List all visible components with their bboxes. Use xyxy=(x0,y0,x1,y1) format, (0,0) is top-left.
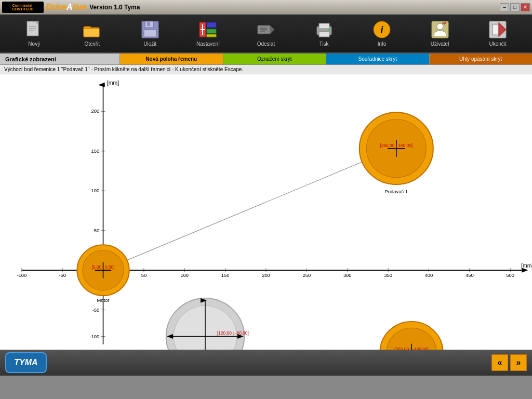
svg-text:-50: -50 xyxy=(92,308,100,313)
tisk-label: Tisk xyxy=(320,41,329,47)
tab-oznaceni[interactable]: Označení skrýt xyxy=(223,54,326,64)
graficke-header: Grafické zobrazení Nová poloha řemenu Oz… xyxy=(0,54,532,65)
close-button[interactable]: ✕ xyxy=(521,3,530,11)
logo-area: ContinentalCONTITECH DriveAlive xyxy=(2,2,86,13)
svg-text:200: 200 xyxy=(262,273,270,278)
novy-label: Nový xyxy=(28,41,40,47)
folder-icon xyxy=(83,20,101,39)
user-icon xyxy=(431,20,449,39)
print-icon xyxy=(315,20,334,39)
graficke-title: Grafické zobrazení xyxy=(0,56,119,62)
svg-point-26 xyxy=(328,29,330,31)
toolbar-odeslat[interactable]: Odeslat xyxy=(243,17,289,50)
toolbar-ulozit[interactable]: Uložit xyxy=(127,17,174,50)
title-bar: ContinentalCONTITECH DriveAlive Version … xyxy=(0,0,532,15)
svg-text:[350,00 ; 150,00]: [350,00 ; 150,00] xyxy=(380,143,413,148)
svg-text:Motor: Motor xyxy=(97,298,110,303)
bottom-bar: TYMA « » xyxy=(0,350,532,376)
nav-arrows: « » xyxy=(491,354,527,371)
toolbar-info[interactable]: i Info xyxy=(358,17,405,50)
minimize-button[interactable]: – xyxy=(500,3,509,11)
svg-text:150: 150 xyxy=(221,273,230,278)
svg-text:[120,00 ; -80,00]: [120,00 ; -80,00] xyxy=(217,331,249,336)
info-label: Info xyxy=(378,41,387,47)
svg-text:-100: -100 xyxy=(89,334,99,339)
save-icon xyxy=(141,20,159,39)
svg-rect-7 xyxy=(84,29,99,37)
uzivatel-label: Uživatel xyxy=(431,41,449,47)
svg-point-30 xyxy=(437,23,443,30)
toolbar-ukoncit[interactable]: Ukončit xyxy=(474,17,521,50)
svg-rect-36 xyxy=(0,74,532,350)
toolbar-uzivatel[interactable]: Uživatel xyxy=(417,17,463,50)
instruction-bar: Výchozí bod řemenice 1 "Podavač 1" - Pro… xyxy=(0,65,532,74)
svg-text:400: 400 xyxy=(425,273,433,278)
exit-icon xyxy=(488,20,507,39)
main-toolbar: Nový Otevřit Uložit xyxy=(0,15,532,54)
svg-text:-50: -50 xyxy=(59,273,66,278)
send-icon xyxy=(257,20,275,39)
svg-text:450: 450 xyxy=(466,273,474,278)
svg-text:[0,00 ; 0,00]: [0,00 ; 0,00] xyxy=(91,265,114,270)
tyma-logo: TYMA xyxy=(5,352,47,373)
toolbar-tisk[interactable]: Tisk xyxy=(301,17,348,50)
nastaveni-label: Nastavení xyxy=(196,41,220,47)
window-controls: – □ ✕ xyxy=(500,3,530,11)
settings-icon xyxy=(198,20,217,39)
svg-text:300: 300 xyxy=(343,273,352,278)
svg-text:[365,00 ; -100,00]: [365,00 ; -100,00] xyxy=(394,347,428,350)
svg-text:[mm]: [mm] xyxy=(107,80,119,86)
contitech-text: ContinentalCONTITECH xyxy=(12,4,34,11)
svg-text:250: 250 xyxy=(303,273,311,278)
svg-rect-15 xyxy=(207,34,216,37)
work-area: Grafické zobrazení Nová poloha řemenu Oz… xyxy=(0,54,532,350)
svg-marker-19 xyxy=(270,25,274,34)
svg-text:500: 500 xyxy=(506,273,514,278)
ukoncit-label: Ukončit xyxy=(489,41,506,47)
new-document-icon xyxy=(25,20,44,39)
title-left: ContinentalCONTITECH DriveAlive Version … xyxy=(2,2,140,13)
graph-area[interactable]: Výchozí bod řemenice 1 "Podavač 1" - Pro… xyxy=(0,65,532,350)
toolbar-nastaveni[interactable]: Nastavení xyxy=(184,17,231,50)
prev-button[interactable]: « xyxy=(491,354,508,371)
svg-rect-24 xyxy=(319,23,329,29)
svg-text:150: 150 xyxy=(91,149,100,154)
svg-rect-10 xyxy=(144,30,156,37)
svg-text:-100: -100 xyxy=(17,273,26,278)
svg-text:200: 200 xyxy=(91,109,100,114)
svg-text:Podavač 1: Podavač 1 xyxy=(385,189,408,194)
contitech-logo: ContinentalCONTITECH xyxy=(2,2,44,13)
odeslat-label: Odeslat xyxy=(257,41,275,47)
tab-souradnice[interactable]: Souřadnice skrýt xyxy=(326,54,429,64)
toolbar-novy[interactable]: Nový xyxy=(11,17,58,50)
instruction-text: Výchozí bod řemenice 1 "Podavač 1" - Pro… xyxy=(4,66,243,72)
svg-text:350: 350 xyxy=(384,273,392,278)
svg-rect-25 xyxy=(319,32,329,37)
svg-text:50: 50 xyxy=(141,273,147,278)
svg-text:[mm]: [mm] xyxy=(521,263,532,269)
svg-rect-11 xyxy=(147,22,150,26)
maximize-button[interactable]: □ xyxy=(510,3,520,11)
svg-rect-14 xyxy=(207,29,216,33)
next-button[interactable]: » xyxy=(510,354,527,371)
svg-text:100: 100 xyxy=(91,188,100,193)
tab-uhly[interactable]: Úhly opásání skrýt xyxy=(429,54,533,64)
graph-svg[interactable]: -100 -50 50 100 150 200 250 300 350 400 … xyxy=(0,74,532,350)
tab-nova-poloha[interactable]: Nová poloha řemenu xyxy=(119,54,223,64)
svg-rect-34 xyxy=(493,24,499,35)
svg-text:100: 100 xyxy=(180,273,189,278)
drivealive-logo: DriveAlive xyxy=(46,3,86,12)
toolbar-otevrit[interactable]: Otevřit xyxy=(69,17,115,50)
info-icon: i xyxy=(373,20,391,39)
svg-rect-13 xyxy=(207,22,216,28)
graficke-tabs: Nová poloha řemenu Označení skrýt Souřad… xyxy=(119,54,532,64)
otevrit-label: Otevřit xyxy=(85,41,100,47)
svg-text:50: 50 xyxy=(94,228,99,233)
ulozit-label: Uložit xyxy=(143,41,156,47)
app-version-title: Version 1.0 Tyma xyxy=(89,4,140,11)
